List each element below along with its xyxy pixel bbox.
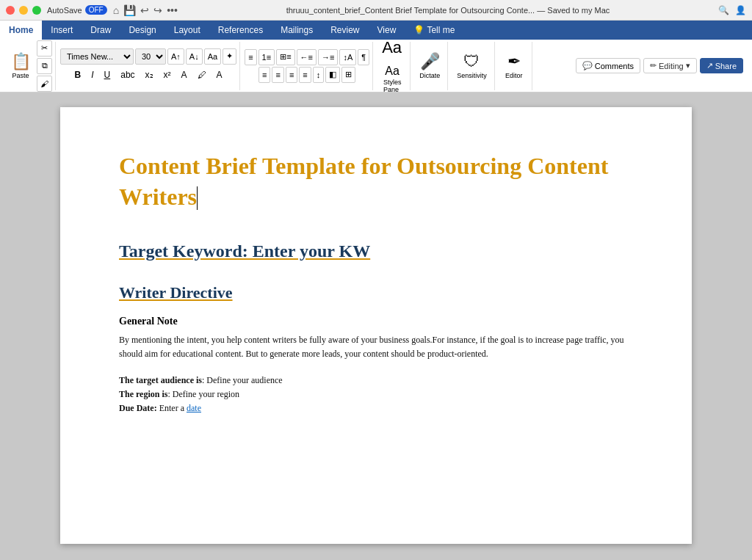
- dictate-button[interactable]: 🎤 Dictate: [415, 49, 444, 82]
- writer-directive-heading: Writer Directive: [119, 283, 633, 302]
- font-family-selector[interactable]: Times New...: [60, 48, 134, 65]
- undo-icon[interactable]: ↩: [140, 4, 149, 16]
- font-color2-button[interactable]: A: [212, 66, 227, 84]
- pencil-icon: ✏: [650, 61, 657, 70]
- more-options-icon[interactable]: •••: [167, 4, 178, 16]
- align-center-button[interactable]: ≡: [272, 67, 283, 83]
- autosave-toggle[interactable]: OFF: [85, 5, 107, 15]
- target-keyword-heading: Target Keyword: Enter your KW: [119, 241, 633, 261]
- tab-mailings[interactable]: Mailings: [272, 21, 322, 40]
- tab-insert[interactable]: Insert: [42, 21, 82, 40]
- chevron-down-icon: ▾: [686, 61, 690, 70]
- tab-design[interactable]: Design: [120, 21, 164, 40]
- cut-button[interactable]: ✂: [37, 40, 52, 57]
- align-left-button[interactable]: ≡: [258, 67, 270, 83]
- general-note-text: By mentioning the intent, you help conte…: [119, 333, 633, 361]
- show-marks-button[interactable]: ¶: [358, 49, 369, 65]
- ribbon-toolbar: 📋 Paste ✂ ⧉ 🖌 Times New... 30 A↑ A↓ Aa ✦: [0, 40, 752, 92]
- comments-button[interactable]: 💬 Comments: [576, 58, 640, 73]
- sensitivity-icon: 🛡: [463, 52, 480, 71]
- editing-button[interactable]: ✏ Editing ▾: [643, 58, 697, 73]
- change-case-button[interactable]: Aa: [204, 48, 221, 65]
- sort-button[interactable]: ↕A: [339, 49, 356, 65]
- tab-review[interactable]: Review: [322, 21, 368, 40]
- document-title: thruuu_content_brief_Content Brief Templ…: [178, 6, 718, 15]
- clear-format-button[interactable]: ✦: [223, 48, 236, 65]
- tab-layout[interactable]: Layout: [165, 21, 209, 40]
- decrease-indent-button[interactable]: ←≡: [297, 49, 317, 65]
- date-link[interactable]: date: [187, 403, 201, 413]
- ribbon-right: 💬 Comments ✏ Editing ▾ ↗ Share: [576, 58, 749, 73]
- underline-button[interactable]: U: [100, 66, 115, 84]
- due-date-item: Due Date: Enter a date: [119, 401, 633, 415]
- editor-group: ✒ Editor: [496, 42, 532, 90]
- document-area: Content Brief Template for Outsourcing C…: [0, 92, 752, 559]
- close-button[interactable]: [6, 6, 15, 15]
- audience-item: The target audience is: Define your audi…: [119, 374, 633, 388]
- subscript-button[interactable]: x₂: [141, 66, 158, 84]
- redo-icon[interactable]: ↪: [153, 4, 162, 16]
- region-item: The region is: Define your region: [119, 388, 633, 401]
- shading-button[interactable]: ◧: [325, 67, 340, 83]
- font-grow-button[interactable]: A↑: [167, 48, 184, 65]
- dictate-label: Dictate: [419, 72, 440, 79]
- editor-icon: ✒: [507, 52, 521, 71]
- bold-button[interactable]: B: [70, 66, 86, 84]
- format-painter-button[interactable]: 🖌: [37, 76, 52, 92]
- bullets-button[interactable]: ≡: [245, 49, 256, 65]
- due-date-label: Due Date:: [119, 403, 157, 413]
- para-row1: ≡ 1≡ ⊞≡ ←≡ →≡ ↕A ¶: [245, 49, 369, 65]
- multilevel-button[interactable]: ⊞≡: [276, 49, 294, 65]
- dictate-icon: 🎤: [420, 52, 440, 71]
- titlebar-right: 🔍 👤: [718, 5, 746, 15]
- region-value: : Define your region: [167, 389, 239, 399]
- account-icon[interactable]: 👤: [735, 5, 746, 15]
- styles-icon: Aa: [382, 40, 402, 57]
- font-size-selector[interactable]: 30: [135, 48, 166, 65]
- save-icon[interactable]: 💾: [123, 4, 136, 16]
- superscript-button[interactable]: x²: [159, 66, 176, 84]
- increase-indent-button[interactable]: →≡: [318, 49, 338, 65]
- copy-button[interactable]: ⧉: [37, 58, 52, 74]
- styles-button[interactable]: Aa: [377, 40, 407, 60]
- font-color-button[interactable]: A: [177, 66, 192, 84]
- tab-draw[interactable]: Draw: [82, 21, 120, 40]
- tab-home[interactable]: Home: [0, 21, 42, 40]
- minimize-button[interactable]: [19, 6, 28, 15]
- titlebar-icons[interactable]: ⌂ 💾 ↩ ↪ •••: [113, 4, 178, 16]
- strikethrough-button[interactable]: abc: [116, 66, 139, 84]
- justify-button[interactable]: ≡: [299, 67, 311, 83]
- search-icon[interactable]: 🔍: [718, 5, 729, 15]
- numbering-button[interactable]: 1≡: [258, 49, 275, 65]
- styles-group: Aa Aa StylesPane: [375, 42, 411, 90]
- home-icon[interactable]: ⌂: [113, 4, 119, 16]
- italic-button[interactable]: I: [87, 66, 98, 84]
- comments-label: Comments: [595, 62, 634, 70]
- share-icon: ↗: [706, 61, 713, 70]
- lightbulb-icon: 💡: [413, 25, 424, 35]
- highlight-button[interactable]: 🖊: [193, 66, 211, 84]
- general-note-heading: General Note: [119, 316, 633, 327]
- ribbon-tabs: Home Insert Draw Design Layout Reference…: [0, 21, 752, 40]
- paste-button[interactable]: 📋 Paste: [6, 49, 35, 82]
- paste-icon: 📋: [11, 52, 31, 71]
- tab-references[interactable]: References: [209, 21, 272, 40]
- styles-pane-button[interactable]: Aa StylesPane: [377, 62, 407, 92]
- traffic-lights[interactable]: [6, 6, 41, 15]
- share-button[interactable]: ↗ Share: [700, 58, 743, 73]
- editing-label: Editing: [659, 62, 684, 70]
- tab-tell-me[interactable]: 💡 Tell me: [405, 21, 463, 40]
- document-page[interactable]: Content Brief Template for Outsourcing C…: [60, 107, 692, 544]
- tab-view[interactable]: View: [369, 21, 405, 40]
- sensitivity-label: Sensitivity: [457, 72, 487, 79]
- audience-value: : Define your audience: [202, 375, 283, 385]
- editor-button[interactable]: ✒ Editor: [499, 49, 529, 82]
- styles-pane-icon: Aa: [385, 65, 400, 78]
- maximize-button[interactable]: [32, 6, 41, 15]
- borders-button[interactable]: ⊞: [341, 67, 355, 83]
- line-spacing-button[interactable]: ↕: [313, 67, 325, 83]
- align-right-button[interactable]: ≡: [286, 67, 297, 83]
- paste-label: Paste: [12, 72, 29, 79]
- sensitivity-button[interactable]: 🛡 Sensitivity: [452, 49, 491, 82]
- font-shrink-button[interactable]: A↓: [186, 48, 203, 65]
